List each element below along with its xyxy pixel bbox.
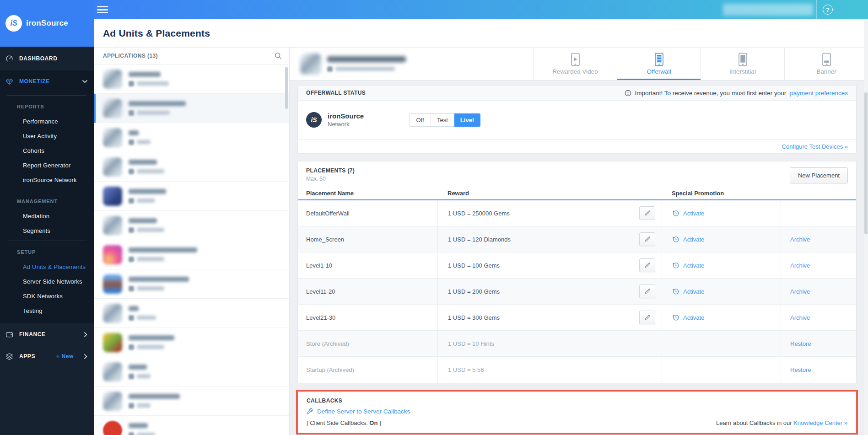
edit-reward-button[interactable]: [639, 258, 655, 272]
edit-reward-button[interactable]: [639, 232, 655, 246]
edit-reward-button[interactable]: [639, 206, 655, 220]
platform-icon: [327, 66, 333, 72]
app-platform-redacted: [137, 433, 155, 435]
help-icon[interactable]: ?: [823, 5, 833, 15]
activate-link[interactable]: Activate: [672, 314, 704, 321]
reward-value: 1 USD = 250000 Gems: [448, 210, 510, 217]
sidebar-item-ironsource-network[interactable]: ironSource Network: [0, 172, 94, 187]
page-scrollbar-thumb[interactable]: [864, 92, 868, 234]
restore-link[interactable]: Restore: [790, 340, 811, 347]
placement-reward-cell: 1 USD = 5 56: [437, 357, 662, 383]
placement-reward-cell: 1 USD = 10 Hints: [437, 331, 662, 356]
brand-name: ironSource: [26, 19, 68, 28]
platform-icon: [129, 227, 134, 233]
sidebar-item-user-activity[interactable]: User Activity: [0, 129, 94, 143]
applications-panel: APPLICATIONS (13): [94, 48, 290, 435]
app-name-redacted: [129, 335, 174, 340]
archive-link[interactable]: Archive: [790, 288, 810, 295]
placement-name: Level1-10: [298, 252, 437, 278]
archive-link[interactable]: Archive: [790, 314, 810, 321]
application-item-11[interactable]: [94, 357, 289, 387]
apps-new-link[interactable]: + New: [56, 353, 74, 360]
restore-link[interactable]: Restore: [790, 366, 811, 373]
application-item-10[interactable]: [94, 328, 289, 357]
sidebar-item-apps[interactable]: APPS + New: [0, 345, 94, 367]
sidebar-item-finance[interactable]: FINANCE: [0, 323, 94, 345]
activate-link[interactable]: Activate: [672, 209, 704, 217]
application-item-12[interactable]: [94, 387, 289, 416]
application-item-4[interactable]: [94, 152, 289, 182]
activate-link[interactable]: Activate: [672, 236, 704, 243]
application-item-3[interactable]: [94, 123, 289, 152]
tab-interstitial[interactable]: Interstitial: [701, 48, 784, 80]
application-item-8[interactable]: [94, 269, 289, 299]
hamburger-menu-icon[interactable]: [97, 5, 108, 15]
application-item-6[interactable]: [94, 211, 289, 240]
offerwall-status-foot: Configure Test Devices »: [298, 139, 856, 153]
network-labels: ironSource Network: [328, 112, 364, 128]
tab-banner[interactable]: Banner: [784, 48, 868, 80]
sidebar-item-server-side-networks[interactable]: Server Side Networks: [0, 274, 94, 289]
history-clock-icon: [672, 209, 679, 217]
toggle-live-button[interactable]: Live!: [454, 113, 480, 127]
app-name-redacted: [129, 160, 157, 165]
sidebar-item-performance[interactable]: Performance: [0, 114, 94, 129]
callbacks-bottom-row: [ Client Side Callbacks: On ] Learn abou…: [307, 419, 847, 426]
sidebar-item-report-generator[interactable]: Report Generator: [0, 158, 94, 172]
sidebar-item-sdk-networks[interactable]: SDK Networks: [0, 289, 94, 303]
sidebar-item-dashboard[interactable]: DASHBOARD: [0, 47, 94, 70]
application-item-9[interactable]: [94, 299, 289, 328]
payment-preferences-link[interactable]: payment preferences: [790, 90, 848, 97]
placement-name: Store (Archived): [298, 331, 437, 356]
placement-row-startup-archived: Startup (Archived)1 USD = 5 56Restore: [298, 357, 856, 383]
toggle-test-button[interactable]: Test: [431, 113, 454, 127]
placement-reward-cell: 1 USD = 250000 Gems: [437, 200, 662, 226]
application-item-1[interactable]: [94, 64, 289, 94]
sidebar-item-monetize[interactable]: MONETIZE: [0, 70, 94, 92]
app-meta: [129, 277, 189, 291]
ironsource-network-logo-icon: iS: [306, 112, 322, 128]
topbar: ?: [94, 0, 868, 19]
placement-reward-cell: 1 USD = 300 Gems: [437, 305, 662, 330]
placement-row-level21-30: Level21-301 USD = 300 GemsActivateArchiv…: [298, 305, 856, 331]
page-scrollbar[interactable]: [864, 19, 868, 435]
edit-reward-button[interactable]: [639, 285, 655, 298]
configure-test-devices-link[interactable]: Configure Test Devices »: [782, 143, 848, 150]
placement-row-store-archived: Store (Archived)1 USD = 10 HintsRestore: [298, 331, 856, 357]
application-item-5[interactable]: [94, 182, 289, 211]
sidebar-item-ad-units-placements[interactable]: Ad Units & Placements: [0, 259, 94, 274]
app-platform-row: [129, 257, 197, 262]
reward-value: 1 USD = 200 Gems: [448, 288, 500, 295]
tab-rewarded-video[interactable]: Rewarded Video: [533, 48, 617, 80]
new-placement-button[interactable]: New Placement: [790, 167, 848, 183]
archive-link[interactable]: Archive: [790, 236, 810, 243]
activate-link[interactable]: Activate: [672, 288, 704, 295]
archive-link[interactable]: Archive: [790, 262, 810, 269]
knowledge-center-link[interactable]: Knowledge Center »: [793, 419, 847, 426]
account-selector-redacted[interactable]: [723, 4, 813, 16]
application-item-7[interactable]: [94, 240, 289, 269]
history-clock-icon: [672, 288, 679, 295]
sidebar-item-mediation[interactable]: Mediation: [0, 209, 94, 223]
apps-label: APPS: [19, 353, 50, 360]
define-server-callbacks-link[interactable]: Define Server to Server Callbacks: [307, 408, 410, 415]
placement-reward-cell: 1 USD = 100 Gems: [437, 252, 662, 278]
reports-menu: PerformanceUser ActivityCohortsReport Ge…: [0, 114, 94, 187]
toggle-off-button[interactable]: Off: [409, 113, 431, 127]
activate-link[interactable]: Activate: [672, 262, 704, 269]
sidebar-item-testing[interactable]: Testing: [0, 303, 94, 318]
application-item-2[interactable]: [94, 94, 289, 123]
column-placement-name: Placement Name: [298, 190, 437, 197]
app-meta: [129, 130, 151, 145]
edit-reward-button[interactable]: [639, 311, 655, 324]
row-action-cell: Archive: [781, 279, 856, 304]
sidebar-item-cohorts[interactable]: Cohorts: [0, 143, 94, 158]
applications-scrollbar[interactable]: [285, 67, 288, 109]
offerwall-status-head: OFFERWALL STATUS Important! To receive r…: [298, 86, 856, 101]
tab-offerwall[interactable]: Offerwall: [617, 48, 701, 80]
application-item-13[interactable]: [94, 416, 289, 435]
sidebar-item-segments[interactable]: Segments: [0, 223, 94, 238]
sidebar: iS ironSource DASHBOARD MONETIZE REPORTS…: [0, 0, 94, 435]
search-icon[interactable]: [275, 52, 282, 59]
learn-about-callbacks: Learn about Callbacks in our Knowledge C…: [716, 419, 847, 426]
